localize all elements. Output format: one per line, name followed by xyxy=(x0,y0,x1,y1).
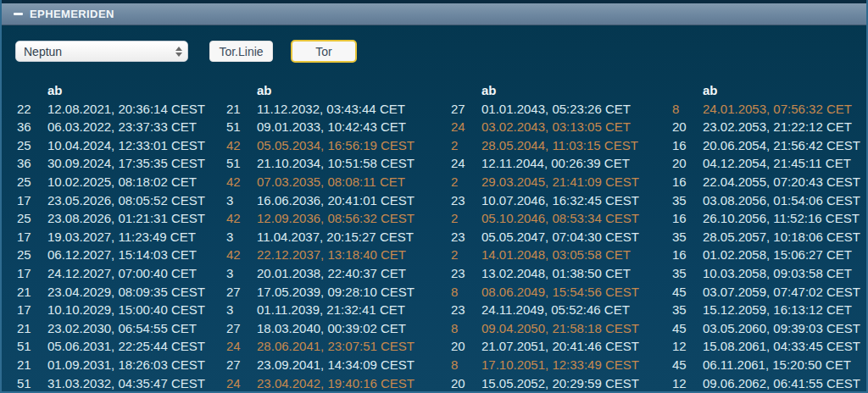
row-number: 35 xyxy=(659,228,703,246)
table-row: 12 09.06.2062, 06:41:55 CEST xyxy=(659,374,865,393)
table-row: 17 19.03.2027, 11:23:49 CET xyxy=(3,228,213,246)
row-number: 16 xyxy=(659,246,703,264)
ephemeriden-panel: EPHEMERIDEN Neptun Tor.Linie Tor ab 22 1… xyxy=(0,0,868,393)
controls-row: Neptun Tor.Linie Tor xyxy=(15,40,866,63)
table-row: 25 06.12.2027, 15:14:03 CET xyxy=(3,246,213,264)
row-number: 8 xyxy=(437,356,481,374)
row-datetime: 21.07.2051, 20:41:46 CEST xyxy=(481,337,659,356)
row-number: 16 xyxy=(659,136,703,155)
row-datetime: 12.11.2044, 00:26:39 CET xyxy=(481,154,659,173)
table-row: 36 06.03.2022, 23:37:33 CET xyxy=(3,118,213,136)
table-row: 17 23.05.2026, 08:05:52 CEST xyxy=(3,191,213,210)
table-header-row: ab xyxy=(437,81,659,100)
row-datetime: 08.06.2049, 15:54:56 CEST xyxy=(481,283,659,302)
row-number: 3 xyxy=(213,264,257,283)
table-row: 25 23.08.2026, 01:21:31 CEST xyxy=(3,209,213,228)
tor-button[interactable]: Tor xyxy=(291,40,357,63)
row-datetime: 24.12.2027, 07:00:40 CET xyxy=(47,264,213,283)
table-row: 51 21.10.2034, 10:51:58 CEST xyxy=(213,154,437,173)
table-row: 21 01.09.2031, 18:26:03 CEST xyxy=(3,356,213,374)
table-row: 2 14.01.2048, 03:05:58 CET xyxy=(437,246,659,264)
row-number: 17 xyxy=(3,264,47,283)
row-datetime: 01.01.2043, 05:23:26 CET xyxy=(481,100,659,119)
row-number: 20 xyxy=(437,337,481,356)
table-row: 24 23.04.2042, 19:40:16 CEST xyxy=(213,374,437,393)
row-number: 42 xyxy=(213,246,257,264)
table-row: 20 23.02.2053, 21:22:12 CET xyxy=(659,118,865,136)
row-number: 20 xyxy=(437,374,481,393)
row-number: 3 xyxy=(213,191,257,210)
row-number: 27 xyxy=(437,100,481,119)
row-number: 42 xyxy=(213,209,257,228)
row-datetime: 01.11.2039, 21:32:41 CET xyxy=(257,301,437,319)
row-datetime: 17.10.2051, 12:33:49 CEST xyxy=(481,356,659,374)
row-number: 51 xyxy=(3,374,47,393)
table-header-row: ab xyxy=(659,81,865,100)
row-datetime: 23.08.2026, 01:21:31 CEST xyxy=(47,209,213,228)
row-datetime: 23.09.2041, 14:34:09 CEST xyxy=(257,356,437,374)
planet-select[interactable]: Neptun xyxy=(15,41,188,62)
row-number: 35 xyxy=(659,301,703,319)
row-datetime: 10.03.2058, 09:03:58 CET xyxy=(703,264,865,283)
tor-linie-button[interactable]: Tor.Linie xyxy=(209,41,273,62)
table-row: 51 09.01.2033, 10:42:43 CET xyxy=(213,118,437,136)
row-datetime: 23.04.2042, 19:40:16 CEST xyxy=(257,374,437,393)
row-datetime: 21.10.2034, 10:51:58 CEST xyxy=(257,154,437,173)
row-datetime: 22.12.2037, 13:18:40 CET xyxy=(257,246,437,264)
row-datetime: 23.04.2029, 08:09:35 CEST xyxy=(47,283,213,302)
table-row: 45 03.05.2060, 09:39:03 CEST xyxy=(659,319,865,338)
row-datetime: 15.05.2052, 20:29:59 CEST xyxy=(481,374,659,393)
row-number: 20 xyxy=(659,154,703,173)
row-number: 17 xyxy=(3,301,47,319)
panel-header[interactable]: EPHEMERIDEN xyxy=(2,3,866,25)
table-row: 24 28.06.2041, 23:07:51 CEST xyxy=(213,337,437,356)
row-datetime: 24.01.2053, 07:56:32 CET xyxy=(703,100,865,119)
table-row: 35 03.08.2056, 01:54:06 CEST xyxy=(659,191,865,210)
row-datetime: 06.11.2061, 15:20:50 CET xyxy=(703,356,865,374)
table-row: 35 10.03.2058, 09:03:58 CET xyxy=(659,264,865,283)
row-datetime: 31.03.2032, 04:35:47 CEST xyxy=(47,374,213,393)
row-number: 12 xyxy=(659,337,703,356)
row-number: 23 xyxy=(437,264,481,283)
row-datetime: 12.09.2036, 08:56:32 CEST xyxy=(257,209,437,228)
table-row: 8 17.10.2051, 12:33:49 CEST xyxy=(437,356,659,374)
row-datetime: 23.02.2053, 21:22:12 CET xyxy=(703,118,865,136)
row-number: 12 xyxy=(659,374,703,393)
row-datetime: 28.05.2044, 11:03:15 CEST xyxy=(481,136,659,155)
row-number: 24 xyxy=(437,118,481,136)
row-datetime: 13.02.2048, 01:38:50 CET xyxy=(481,264,659,283)
table-row: 51 31.03.2032, 04:35:47 CEST xyxy=(3,374,213,393)
row-number: 3 xyxy=(213,301,257,319)
column-header-ab: ab xyxy=(481,81,659,100)
row-datetime: 23.05.2026, 08:05:52 CEST xyxy=(47,191,213,210)
tor-button-label: Tor xyxy=(315,45,331,58)
minus-collapse-icon[interactable] xyxy=(14,13,23,15)
row-number: 16 xyxy=(659,173,703,191)
row-number: 8 xyxy=(437,319,481,338)
row-number: 17 xyxy=(3,191,47,210)
row-datetime: 20.06.2054, 21:56:42 CEST xyxy=(703,136,865,155)
table-row: 23 13.02.2048, 01:38:50 CET xyxy=(437,264,659,283)
row-number: 8 xyxy=(659,100,703,119)
row-number: 21 xyxy=(3,356,47,374)
table-row: 24 03.02.2043, 03:13:05 CET xyxy=(437,118,659,136)
row-datetime: 06.12.2027, 15:14:03 CET xyxy=(47,246,213,264)
table-row: 16 26.10.2056, 11:52:16 CEST xyxy=(659,209,865,228)
row-datetime: 12.08.2021, 20:36:14 CEST xyxy=(47,100,213,119)
table-row: 16 20.06.2054, 21:56:42 CEST xyxy=(659,136,865,155)
ephemeris-column-group: ab 8 24.01.2053, 07:56:32 CET 20 23.02.2… xyxy=(659,81,865,391)
row-number: 2 xyxy=(437,246,481,264)
table-row: 27 18.03.2040, 00:39:02 CET xyxy=(213,319,437,338)
row-number: 42 xyxy=(213,173,257,191)
row-number: 45 xyxy=(659,356,703,374)
row-datetime: 04.12.2054, 21:45:11 CET xyxy=(703,154,865,173)
table-row: 42 07.03.2035, 08:08:11 CET xyxy=(213,173,437,191)
row-datetime: 24.11.2049, 05:52:46 CET xyxy=(481,301,659,319)
table-row: 21 11.12.2032, 03:43:44 CET xyxy=(213,100,437,119)
table-row: 8 24.01.2053, 07:56:32 CET xyxy=(659,100,865,119)
row-number: 24 xyxy=(213,337,257,356)
row-number: 3 xyxy=(213,228,257,246)
row-datetime: 14.01.2048, 03:05:58 CET xyxy=(481,246,659,264)
ephemeris-column-group: ab 27 01.01.2043, 05:23:26 CET 24 03.02.… xyxy=(437,81,659,391)
row-datetime: 22.04.2055, 07:20:43 CEST xyxy=(703,173,865,191)
